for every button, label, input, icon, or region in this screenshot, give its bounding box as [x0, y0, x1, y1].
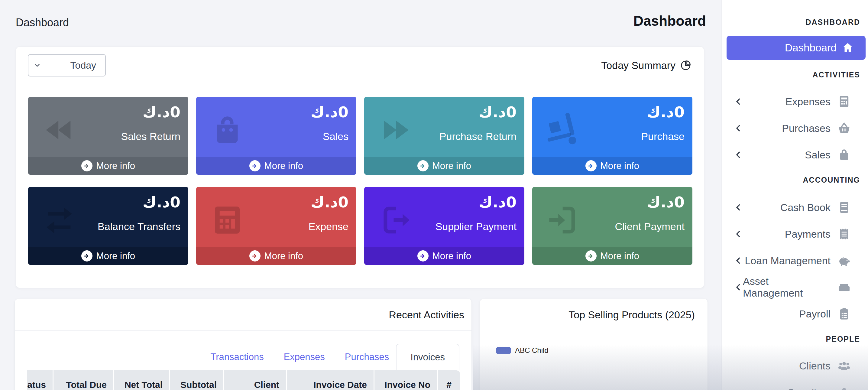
- summary-box-value: 0د.ك: [479, 103, 517, 121]
- more-info-label: More info: [96, 251, 135, 262]
- breadcrumb: Dashboard: [16, 16, 69, 29]
- recent-activities-card: Recent Activities TransactionsExpensesPu…: [14, 299, 472, 390]
- receipt-icon: [837, 227, 851, 241]
- summary-box-value: 0د.ك: [311, 103, 348, 121]
- sidebar-item-sales[interactable]: Sales: [722, 142, 868, 168]
- summary-box-client-payment: 0د.ك Client Payment More info: [532, 187, 692, 265]
- column-header-total-due: Total Due: [54, 370, 114, 390]
- more-info-link[interactable]: More info: [532, 247, 692, 265]
- arrow-circle-right-icon: [249, 160, 260, 172]
- arrow-circle-right-icon: [81, 160, 92, 172]
- sidebar-item-payroll[interactable]: Payroll: [722, 301, 868, 327]
- arrow-circle-right-icon: [81, 250, 92, 262]
- summary-box-sales-return: 0د.ك Sales Return More info: [28, 97, 188, 175]
- summary-box-purchase-return: 0د.ك Purchase Return More info: [364, 97, 524, 175]
- more-info-label: More info: [96, 160, 135, 172]
- bag-icon: [205, 113, 250, 147]
- couch-icon: [837, 280, 851, 294]
- chart-legend-item[interactable]: ABC Child: [496, 343, 549, 358]
- sidebar-group-activities: ACTIVITIES Expenses Purchases Sales: [722, 67, 868, 168]
- more-info-link[interactable]: More info: [28, 247, 188, 265]
- sidebar-item-label: Loan Management: [745, 255, 831, 267]
- usertie-icon: [837, 386, 851, 390]
- home-icon: [841, 41, 854, 54]
- calc-icon: [837, 95, 851, 109]
- summary-box-value: 0د.ك: [647, 103, 685, 121]
- column-header-invoice-no: Invoice No: [374, 370, 438, 390]
- chevron-left-icon: [734, 150, 743, 159]
- more-info-link[interactable]: More info: [532, 157, 692, 175]
- tab-transactions[interactable]: Transactions: [210, 352, 264, 362]
- column-header-net-total: Net Total: [114, 370, 170, 390]
- sidebar-item-clients[interactable]: Clients: [722, 353, 868, 379]
- chevron-left-icon: [734, 230, 743, 239]
- table-header-row: #Invoice NoInvoice DateClientSubtotalNet…: [27, 370, 460, 390]
- chevron-left-icon: [734, 283, 743, 292]
- sidebar-item-dashboard[interactable]: Dashboard: [726, 36, 866, 60]
- calculator-icon: [205, 203, 250, 237]
- sidebar-group-people: PEOPLE Clients Suppliers: [722, 331, 868, 390]
- arrow-circle-right-icon: [585, 160, 597, 172]
- today-summary-card: Today Today Summary 0د.ك Sales Return Mo…: [16, 47, 704, 288]
- tab-purchases[interactable]: Purchases: [345, 352, 389, 362]
- sidebar-item-label: Sales: [805, 149, 831, 161]
- dashboard-page: Dashboard Dashboard Today Today Summary …: [0, 0, 868, 390]
- summary-title-label: Today Summary: [601, 60, 676, 71]
- more-info-label: More info: [600, 160, 639, 172]
- sidebar-item-purchases[interactable]: Purchases: [722, 115, 868, 142]
- summary-box-purchase: 0د.ك Purchase More info: [532, 97, 692, 175]
- sidebar-item-payments[interactable]: Payments: [722, 221, 868, 247]
- more-info-link[interactable]: More info: [28, 157, 188, 175]
- legend-label: ABC Child: [515, 346, 549, 355]
- sidebar: DASHBOARD Dashboard ACTIVITIES Expenses …: [721, 0, 868, 390]
- backward-icon: [37, 113, 82, 147]
- book-icon: [837, 201, 851, 214]
- users-icon: [837, 359, 851, 373]
- summary-box-expense: 0د.ك Expense More info: [196, 187, 356, 265]
- summary-box-label: Sales Return: [121, 130, 180, 142]
- chevron-down-icon: [33, 61, 41, 69]
- sidebar-item-cash-book[interactable]: Cash Book: [722, 194, 868, 221]
- summary-box-value: 0د.ك: [143, 103, 180, 121]
- summary-box-value: 0د.ك: [479, 193, 517, 211]
- chevron-left-icon: [734, 124, 743, 133]
- arrow-circle-right-icon: [417, 160, 429, 172]
- more-info-link[interactable]: More info: [196, 157, 356, 175]
- sidebar-item-label: Suppliers: [787, 387, 831, 390]
- invoices-table-wrap[interactable]: #Invoice NoInvoice DateClientSubtotalNet…: [27, 370, 460, 390]
- column-header--: #: [438, 370, 460, 390]
- sidebar-section-label: DASHBOARD: [722, 14, 868, 30]
- arrow-circle-right-icon: [249, 250, 260, 262]
- tab-expenses[interactable]: Expenses: [284, 352, 325, 362]
- column-header-client: Client: [224, 370, 287, 390]
- more-info-link[interactable]: More info: [364, 157, 524, 175]
- recent-activities-header: Recent Activities: [15, 299, 471, 331]
- sidebar-item-suppliers[interactable]: Suppliers: [722, 379, 868, 390]
- chevron-left-icon: [734, 256, 743, 265]
- sidebar-section-label: ACCOUNTING: [722, 172, 868, 187]
- column-header-status: Status: [27, 370, 54, 390]
- summary-box-label: Balance Transfers: [98, 221, 180, 233]
- chevron-left-icon: [734, 97, 743, 106]
- top-selling-title: Top Selling Products (2025): [568, 309, 695, 321]
- summary-box-value: 0د.ك: [647, 193, 685, 211]
- more-info-label: More info: [264, 251, 303, 262]
- tab-invoices[interactable]: Invoices: [396, 344, 459, 370]
- sidebar-item-loan-management[interactable]: Loan Management: [722, 247, 868, 274]
- more-info-link[interactable]: More info: [364, 247, 524, 265]
- summary-box-supplier-payment: 0د.ك Supplier Payment More info: [364, 187, 524, 265]
- sidebar-item-expenses[interactable]: Expenses: [722, 88, 868, 115]
- dolly-icon: [541, 113, 586, 147]
- arrow-circle-right-icon: [585, 250, 597, 262]
- summary-boxes-grid: 0د.ك Sales Return More info 0د.ك Sales M…: [28, 97, 692, 265]
- summary-box-label: Purchase Return: [439, 130, 517, 142]
- sidebar-item-asset-management[interactable]: Asset Management: [722, 274, 868, 301]
- summary-box-balance-transfers: 0د.ك Balance Transfers More info: [28, 187, 188, 265]
- period-select-value: Today: [70, 60, 96, 71]
- more-info-link[interactable]: More info: [196, 247, 356, 265]
- period-select[interactable]: Today: [28, 54, 106, 77]
- chevron-left-icon: [734, 203, 743, 212]
- more-info-label: More info: [432, 251, 471, 262]
- bagside-icon: [837, 148, 851, 162]
- column-header-invoice-date: Invoice Date: [287, 370, 374, 390]
